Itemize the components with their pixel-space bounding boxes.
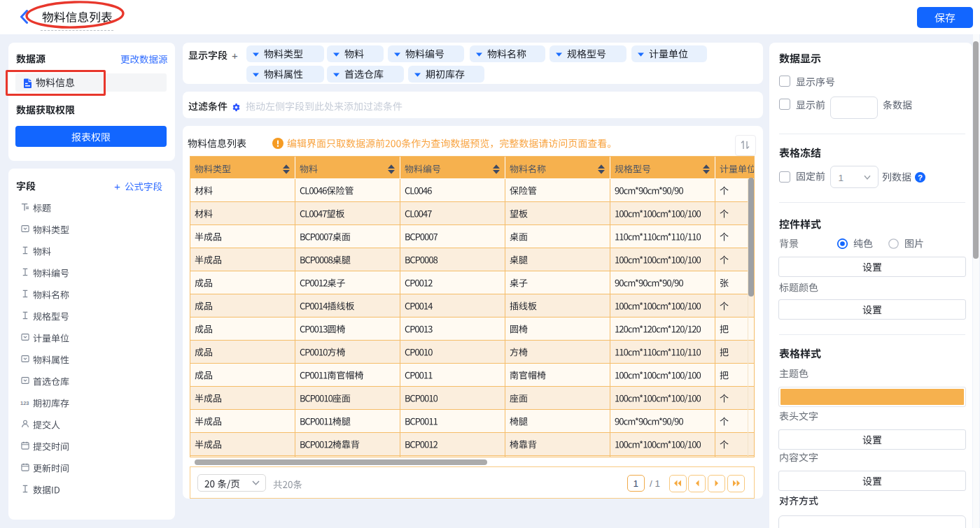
svg-text:?: ? xyxy=(917,173,922,182)
